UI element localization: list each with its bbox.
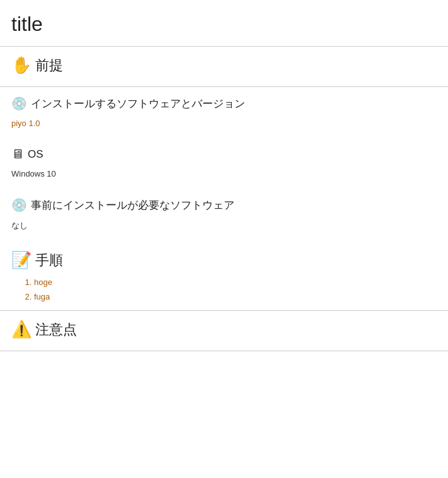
os-section: 🖥 OS Windows 10: [0, 138, 448, 189]
preinstall-content: なし: [11, 218, 437, 235]
steps-section: 📝 手順 hoge fuga: [0, 242, 448, 310]
list-item: fuga: [34, 289, 437, 304]
caution-label: 注意点: [35, 320, 77, 339]
software-label: インストールするソフトウェアとバージョン: [31, 96, 245, 111]
premise-section: ✋ 前提: [0, 47, 448, 86]
steps-label: 手順: [35, 251, 63, 270]
list-item: hoge: [34, 275, 437, 289]
caution-icon: ⚠️: [11, 320, 32, 339]
caution-divider: [0, 351, 448, 351]
steps-icon: 📝: [11, 250, 32, 270]
os-label: OS: [28, 148, 43, 161]
software-content: piyo 1.0: [11, 116, 437, 132]
caution-header: ⚠️ 注意点: [11, 320, 437, 339]
preinstall-header: 💿 事前にインストールが必要なソフトウェア: [11, 197, 437, 213]
software-icon: 💿: [11, 96, 27, 111]
page-title: title: [0, 0, 448, 46]
steps-list: hoge fuga: [11, 275, 437, 304]
os-icon: 🖥: [11, 147, 24, 161]
caution-section: ⚠️ 注意点: [0, 311, 448, 351]
preinstall-section: 💿 事前にインストールが必要なソフトウェア なし: [0, 189, 448, 242]
steps-header: 📝 手順: [11, 250, 437, 270]
software-header: 💿 インストールするソフトウェアとバージョン: [11, 96, 437, 111]
premise-label: 前提: [35, 56, 63, 75]
os-content: Windows 10: [11, 166, 437, 182]
software-section: 💿 インストールするソフトウェアとバージョン piyo 1.0: [0, 87, 448, 138]
preinstall-label: 事前にインストールが必要なソフトウェア: [31, 198, 234, 213]
premise-icon: ✋: [11, 55, 32, 75]
preinstall-icon: 💿: [11, 197, 27, 213]
os-header: 🖥 OS: [11, 147, 437, 161]
premise-header: ✋ 前提: [11, 55, 437, 75]
